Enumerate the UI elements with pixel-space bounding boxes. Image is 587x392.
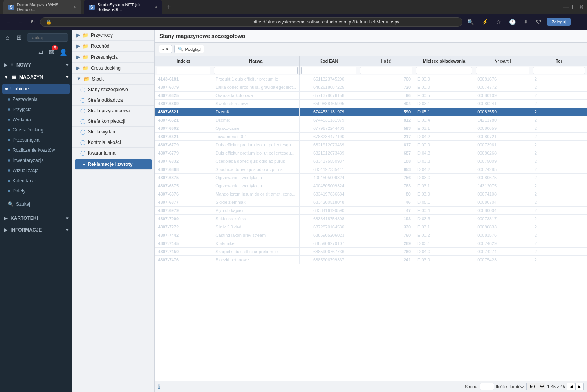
user-icon[interactable]: 👤 [58, 47, 69, 58]
table-row[interactable]: 4307-6779 Duis efficitur pretium leo, ut… [155, 141, 587, 149]
tree-cross-docking[interactable]: ▶ 📁 Cross docking [72, 63, 154, 74]
close-window-button[interactable]: ✕ [579, 4, 584, 11]
tree-przesuniecia[interactable]: ▶ 📁 Przesunięcia [72, 52, 154, 63]
table-row[interactable]: 4307-7450 Skarpetki duis efficitur preti… [155, 248, 587, 256]
table-row[interactable]: 4307-6602 Opakowanie 6779672244403 593 E… [155, 124, 587, 133]
table-row[interactable]: 4307-6521 Dzemik 6744531131979 812 E.00.… [155, 116, 587, 124]
section-informacje-header[interactable]: ▶ INFORMACJE ▾ [0, 224, 72, 236]
table-row[interactable]: 4307-6877 Słdkie ziemniaki 6834200518048… [155, 198, 587, 207]
table-row[interactable]: 4307-7272 Silnik 2.0 d4d 6872870164530 3… [155, 223, 587, 231]
tree-kwarantanna[interactable]: ◯ Kwarantanna [72, 148, 154, 158]
filter-indeks-input[interactable] [157, 67, 210, 74]
sidebar-item-przesuniecia[interactable]: Przesunięcia [0, 135, 72, 145]
maximize-button[interactable]: ☐ [572, 4, 577, 11]
browser-tab-1[interactable]: S Demo Magazyn WMS - Demo o... ✕ [3, 0, 81, 14]
sidebar-item-kalendarze[interactable]: Kalendarze [0, 176, 72, 186]
table-row[interactable]: 4307-7445 Korki nike 6885906279107 289 D… [155, 239, 587, 248]
search-input[interactable] [27, 33, 68, 42]
prev-page-button[interactable]: ◀ [567, 383, 575, 390]
sidebar-item-cross-docking[interactable]: Cross-Docking [0, 125, 72, 135]
history-icon[interactable]: 🕐 [507, 17, 518, 27]
table-row[interactable]: 4307-6875 Ogrzewanie i wentylacja 400450… [155, 182, 587, 190]
filter-kodean-input[interactable] [301, 67, 356, 74]
filter-cell-nazwa[interactable] [212, 66, 300, 75]
tree-stock[interactable]: ▼ 📂 Stock [72, 74, 154, 85]
menu-grid-icon[interactable]: ⊞ [15, 32, 23, 43]
sidebar-item-ulubione[interactable]: Ulubione [2, 84, 70, 94]
address-bar[interactable]: 🔒 https://studiosystemdemo.softwarestudi… [40, 17, 462, 27]
tree-strefa-przyrampowa[interactable]: ◯ Strefa przyrampowa [72, 106, 154, 116]
tab2-close[interactable]: ✕ [154, 5, 157, 9]
tree-reklamacje-zwroty[interactable]: ● Reklamacje i zwroty [75, 159, 152, 170]
filter-nrpartii-input[interactable] [476, 67, 529, 74]
sidebar-item-wydania[interactable]: Wydania [0, 115, 72, 125]
shield-icon[interactable]: 🛡 [534, 17, 544, 27]
search-icon[interactable]: 🔍 [465, 17, 476, 27]
home-icon[interactable]: ⌂ [4, 32, 11, 43]
filter-ilosc-input[interactable] [360, 67, 412, 74]
sidebar-item-przyjecia[interactable]: Przyjęcia [0, 104, 72, 115]
filter-miejsce-input[interactable] [416, 67, 472, 74]
filter-cell-ter[interactable] [531, 66, 587, 75]
page-number-input[interactable]: 1 [480, 383, 494, 390]
refresh-button[interactable]: ↻ [28, 17, 38, 27]
table-row[interactable]: 4307-6979 Płyn do kąpieli 6838416199590 … [155, 207, 587, 215]
table-row[interactable]: 4307-7476 Bloczki betonowe 6885906799367… [155, 256, 587, 264]
section-kartoteki-header[interactable]: ▶ KARTOTEKI ▾ [0, 212, 72, 224]
tree-strefa-kompletacji[interactable]: ◯ Strefa kompletacji [72, 116, 154, 127]
table-row[interactable]: 4307-7009 Sukienka krótka 6838418754808 … [155, 215, 587, 223]
section-magazyn-header[interactable]: ▼ ▦ MAGAZYN ▾ [0, 71, 72, 83]
table-row[interactable]: 4307-6369 Sweterek różowy 6599888465995 … [155, 100, 587, 108]
table-row[interactable]: 4143-6181 Produkt 1 duis efficitur preti… [155, 75, 587, 83]
filter-ter-input[interactable] [533, 67, 585, 74]
table-row[interactable]: 4307-6876 Mango lorem ipsum dolor sit am… [155, 190, 587, 198]
app-layout: ⌂ ⊞ ⇄ ✉ 5 👤 ▶ + NOWY ▾ ▼ [0, 30, 587, 392]
next-page-button[interactable]: ▶ [575, 383, 584, 390]
info-icon[interactable]: ℹ [158, 383, 160, 390]
back-button[interactable]: ← [3, 17, 13, 27]
podglad-button[interactable]: 🔍 Podgląd [174, 45, 204, 53]
new-tab-button[interactable]: + [164, 3, 173, 11]
sidebar-item-palety[interactable]: Palety [0, 186, 72, 196]
section-nowy-header[interactable]: ▶ + NOWY ▾ [0, 59, 72, 71]
filter-cell-kodean[interactable] [300, 66, 358, 75]
table-row[interactable]: 4307-6779 Duis efficitur pretium leo, ut… [155, 149, 587, 157]
hamburger-menu-button[interactable]: ≡ ▾ [159, 45, 172, 53]
filter-cell-indeks[interactable] [155, 66, 212, 75]
tree-rozchod[interactable]: ▶ 📁 Rozchód [72, 41, 154, 52]
table-row[interactable]: 4307-6621 Towa mexet 001 6783234477190 2… [155, 133, 587, 141]
table-row[interactable]: 4307-7442 Casting jaxon grey stream 6885… [155, 231, 587, 239]
switch-icon[interactable]: ⇄ [37, 47, 45, 58]
filter-cell-nrpartii[interactable] [474, 66, 531, 75]
bookmark-icon[interactable]: ☆ [494, 17, 504, 27]
tree-strefa-wydan[interactable]: ◯ Strefa wydań [72, 127, 154, 137]
sidebar-item-rozliczenie[interactable]: Rozliczenie kosztów [0, 145, 72, 155]
sidebar-item-zestawienia[interactable]: Zestawienia [0, 94, 72, 104]
tree-kontrola-jakosci[interactable]: ◯ Kontrola jakości [72, 137, 154, 148]
tab1-close[interactable]: ✕ [74, 5, 77, 9]
table-row[interactable]: 4307-6079 Lalka donec eros nulla, gravid… [155, 83, 587, 92]
filter-cell-ilosc[interactable] [358, 66, 414, 75]
browser-tab-2[interactable]: S StudioSystem.NET (c) SoftwareSt... ✕ [84, 0, 162, 14]
minimize-button[interactable]: — [563, 4, 569, 11]
tree-przychody[interactable]: ▶ 📁 Przychody [72, 30, 154, 41]
sidebar-item-szukaj[interactable]: 🔍 Szukaj [0, 199, 72, 209]
table-row[interactable]: 4307-6868 Spódnica donec quis odio ac pu… [155, 165, 587, 174]
table-row[interactable]: 4307-6875 Ogrzewanie i wentylacja 400450… [155, 174, 587, 182]
records-per-page-select[interactable]: 50 100 200 [526, 383, 545, 390]
forward-button[interactable]: → [16, 17, 26, 27]
extensions-icon[interactable]: ⚡ [479, 17, 491, 27]
menu-icon[interactable]: ⋯ [574, 17, 584, 27]
notification-icon[interactable]: ✉ 5 [47, 47, 56, 58]
table-row[interactable]: 4307-6325 Oranżada kolorowa 657137907615… [155, 92, 587, 100]
sidebar-item-wizualizacja[interactable]: Wizualizacja [0, 165, 72, 176]
downloads-icon[interactable]: ⬇ [521, 17, 531, 27]
filter-nazwa-input[interactable] [214, 67, 298, 74]
tree-strefa-odkladcza[interactable]: ◯ Strefa odkładcza [72, 95, 154, 106]
table-row[interactable]: 4307-6832 Czekolada donec quis odio ac p… [155, 157, 587, 165]
table-row[interactable]: 4307-6521 Dzemik 6744531131979 590 D.05.… [155, 108, 587, 116]
tree-stany-szczegolowo[interactable]: ◯ Stany szczegółowo [72, 85, 154, 95]
filter-cell-miejsce[interactable] [414, 66, 474, 75]
sidebar-item-inwentaryzacja[interactable]: Inwentaryzacja [0, 155, 72, 165]
login-button[interactable]: Zaloguj [547, 18, 571, 26]
